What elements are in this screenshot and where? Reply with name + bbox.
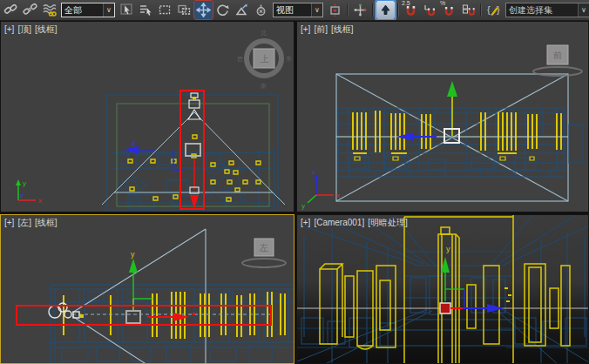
svg-text:上: 上: [260, 54, 269, 64]
viewport-menu-pov[interactable]: [Camera001]: [314, 218, 364, 227]
svg-text:y: y: [131, 250, 135, 259]
toolbar-separator: [372, 3, 374, 17]
svg-text:北: 北: [261, 30, 267, 37]
select-and-rotate-icon[interactable]: [213, 1, 232, 19]
chevron-down-icon: ∨: [578, 3, 589, 17]
bind-to-space-warp-icon[interactable]: [40, 1, 58, 19]
reference-coordinate-value: 视图: [274, 4, 311, 17]
svg-text:y: y: [446, 245, 450, 253]
viewport-front[interactable]: [+][前][线框]: [296, 21, 589, 212]
light-glow-dot: [193, 97, 196, 99]
select-and-manipulate-icon[interactable]: [351, 1, 369, 19]
spinner-snap-toggle-icon[interactable]: [459, 1, 477, 19]
viewport-menu-general[interactable]: [+]: [4, 24, 14, 34]
chevron-down-icon: ∨: [311, 3, 322, 17]
selection-filter-dropdown[interactable]: 全部 ∨: [61, 3, 115, 17]
viewport-menu-shading[interactable]: [明暗处理]: [368, 218, 408, 227]
viewport-menu-shading[interactable]: [线框]: [35, 218, 58, 227]
select-and-scale-icon[interactable]: [233, 1, 251, 19]
edit-named-selection-sets-icon[interactable]: { }: [484, 1, 503, 19]
viewport-menu-general[interactable]: [+]: [4, 218, 14, 227]
viewport-menu-general[interactable]: [+]: [301, 218, 310, 227]
viewport-menu-general[interactable]: [+]: [301, 24, 310, 34]
svg-text:x: x: [38, 197, 42, 205]
svg-text:z: z: [132, 139, 135, 147]
window-crossing-icon[interactable]: [175, 1, 193, 19]
left-view-scene: y 左: [1, 215, 294, 364]
viewcube[interactable]: 前: [533, 45, 582, 76]
use-pivot-point-center-icon[interactable]: [326, 1, 344, 19]
front-view-scene: 前 z x y: [297, 22, 589, 212]
camera-target-dot: [80, 314, 84, 318]
viewport-camera-label: [+][Camera001][明暗处理]: [301, 217, 411, 229]
select-object-icon[interactable]: [118, 1, 136, 19]
svg-text:x: x: [336, 192, 340, 199]
chevron-down-icon: ∨: [103, 3, 114, 17]
world-axis-tripod: y x z: [16, 179, 42, 205]
unlink-selection-icon[interactable]: [21, 1, 39, 19]
reference-coordinate-dropdown[interactable]: 视图 ∨: [273, 3, 323, 17]
select-and-link-icon[interactable]: [2, 1, 20, 19]
viewport-menu-pov[interactable]: [左]: [17, 218, 31, 227]
viewport-area: [+][顶][线框]: [0, 21, 589, 364]
main-toolbar: 全部 ∨ 视图 ∨: [0, 0, 589, 21]
viewport-menu-pov[interactable]: [前]: [314, 24, 328, 34]
viewport-menu-shading[interactable]: [线框]: [331, 24, 354, 34]
select-by-name-icon[interactable]: [137, 1, 155, 19]
rectangular-selection-region-icon[interactable]: [156, 1, 174, 19]
angle-snap-toggle-icon[interactable]: [421, 1, 439, 19]
svg-text:西: 西: [237, 56, 243, 63]
viewport-left[interactable]: [+][左][线框]: [0, 214, 294, 364]
selection-filter-value: 全部: [62, 4, 103, 17]
named-selection-set-value: 创建选择集: [506, 4, 578, 17]
svg-text:东: 东: [286, 56, 292, 62]
svg-text:左: 左: [260, 243, 268, 253]
percent-snap-toggle-icon[interactable]: %: [440, 1, 458, 19]
keyboard-shortcut-override-icon[interactable]: [376, 1, 395, 19]
svg-text:{: {: [487, 4, 491, 15]
svg-text:y: y: [23, 179, 26, 187]
toolbar-separator: [397, 3, 399, 17]
viewcube[interactable]: 左: [242, 239, 286, 267]
snap-toggle-2-5-icon[interactable]: 2.5: [402, 1, 420, 19]
viewport-camera[interactable]: [+][Camera001][明暗处理]: [296, 214, 589, 364]
viewport-menu-pov[interactable]: [顶]: [17, 24, 31, 34]
toolbar-separator: [347, 3, 349, 17]
svg-text:前: 前: [553, 51, 562, 60]
viewport-menu-shading[interactable]: [线框]: [35, 24, 58, 34]
viewport-front-label: [+][前][线框]: [301, 24, 357, 36]
svg-text:南: 南: [261, 83, 267, 89]
viewcube[interactable]: 上 北 东 南 西: [237, 30, 292, 89]
named-selection-set-dropdown[interactable]: 创建选择集 ∨: [505, 3, 589, 17]
svg-text:z: z: [20, 192, 24, 199]
viewport-top-label: [+][顶][线框]: [4, 24, 61, 36]
select-and-move-icon[interactable]: [194, 1, 213, 19]
viewport-left-label: [+][左][线框]: [4, 217, 61, 229]
viewport-top[interactable]: [+][顶][线框]: [0, 21, 294, 212]
toolbar-separator: [480, 3, 482, 17]
svg-text:y: y: [301, 202, 305, 210]
camera-view-scene: y: [297, 215, 589, 364]
svg-text:z: z: [312, 168, 315, 176]
select-and-place-icon[interactable]: [252, 1, 270, 19]
top-view-scene: z 上 北 东 南 西: [1, 22, 294, 212]
world-axis-tripod: z x y: [301, 168, 340, 210]
